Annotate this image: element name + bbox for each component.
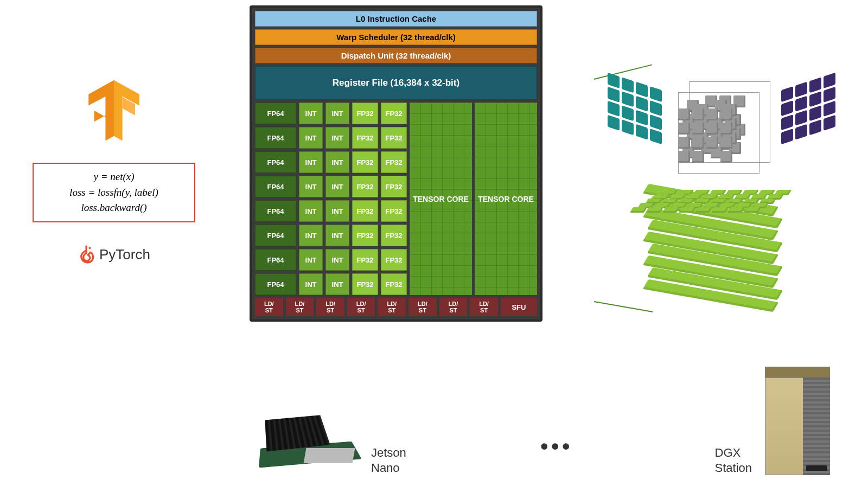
int-cell: INT [326,176,349,197]
matmul-cube [678,92,770,184]
fp32-cell: FP32 [352,273,378,295]
ellipsis-icon: ••• [540,434,573,459]
fp32-cell: FP32 [352,176,378,197]
tensor-core-visualization [602,60,835,304]
int-cell: INT [326,127,349,149]
tensor-core-label: TENSOR CORE [410,103,472,295]
pytorch-flame-icon [78,244,95,266]
code-line: loss = lossfn(y, label) [41,185,187,201]
fp32-cell: FP32 [381,273,407,295]
int-cell: INT [299,151,323,173]
jetson-nano-image [255,405,363,475]
fp32-cell: FP32 [352,151,378,173]
fp64-column: FP64FP64FP64FP64FP64FP64FP64FP64 [255,103,296,295]
ldst-cell: LD/ ST [439,298,468,316]
code-snippet-box: y = net(x) loss = lossfn(y, label) loss.… [33,163,195,222]
int-cell: INT [299,273,323,295]
fp64-cell: FP64 [255,200,296,222]
int-cell: INT [299,249,323,271]
l0-cache-bar: L0 Instruction Cache [255,11,537,27]
streaming-multiprocessor-diagram: L0 Instruction Cache Warp Scheduler (32 … [250,5,542,322]
input-matrix-b [781,73,835,144]
int-cell: INT [326,151,349,173]
tensor-core-1-column: TENSOR CORE [410,103,472,295]
warp-scheduler-bar: Warp Scheduler (32 thread/clk) [255,29,537,45]
int-cell: INT [299,225,323,246]
cores-grid: FP64FP64FP64FP64FP64FP64FP64FP64 INTINTI… [255,103,537,295]
int-cell: INT [299,176,323,197]
ldst-cell: LD/ ST [378,298,406,316]
int-cell: INT [326,249,349,271]
fp64-cell: FP64 [255,103,296,124]
fp32-cell: FP32 [381,225,407,246]
ldst-cell: LD/ ST [470,298,498,316]
fp32-cell: FP32 [352,127,378,149]
ldst-cell: LD/ ST [286,298,314,316]
int-columns: INTINTINTINTINTINTINTINTINTINTINTINTINTI… [299,103,349,295]
dgx-station-image [760,367,835,475]
svg-marker-1 [88,80,114,141]
fp32-columns: FP32FP32FP32FP32FP32FP32FP32FP32FP32FP32… [352,103,407,295]
fp32-cell: FP32 [352,200,378,222]
frameworks-column: y = net(x) loss = lossfn(y, label) loss.… [33,76,195,266]
ldst-cell: LD/ ST [255,298,283,316]
fp64-cell: FP64 [255,151,296,173]
fp32-cell: FP32 [381,249,407,271]
fp32-cell: FP32 [352,249,378,271]
pytorch-label: PyTorch [99,246,150,263]
fp32-cell: FP32 [381,176,407,197]
hardware-row: Jetson Nano ••• DGX Station [255,367,835,475]
int-cell: INT [326,103,349,124]
fp32-cell: FP32 [381,103,407,124]
fp32-cell: FP32 [381,200,407,222]
fp64-cell: FP64 [255,176,296,197]
code-line: loss.backward() [41,200,187,216]
tensor-core-label: TENSOR CORE [475,103,537,295]
ldst-cell: LD/ ST [316,298,344,316]
fp64-cell: FP64 [255,127,296,149]
fp32-cell: FP32 [352,103,378,124]
fp32-cell: FP32 [352,225,378,246]
tensor-core-2-column: TENSOR CORE [475,103,537,295]
register-file-bar: Register File (16,384 x 32-bit) [255,66,537,100]
dispatch-unit-bar: Dispatch Unit (32 thread/clk) [255,48,537,63]
input-matrix-a [608,73,662,144]
pytorch-logo-row: PyTorch [33,244,195,266]
int-cell: INT [299,103,323,124]
fp32-cell: FP32 [381,151,407,173]
tensorflow-logo-icon [79,76,149,146]
ldst-cell: LD/ ST [409,298,437,316]
int-cell: INT [326,273,349,295]
dgx-label: DGX Station [715,445,752,475]
output-tensor-stack [646,195,797,320]
connector-line-icon [594,301,653,312]
svg-point-3 [88,247,91,249]
int-cell: INT [326,225,349,246]
int-cell: INT [299,127,323,149]
code-line: y = net(x) [41,169,187,185]
ldst-row: LD/ STLD/ STLD/ STLD/ STLD/ STLD/ STLD/ … [255,298,537,316]
int-cell: INT [326,200,349,222]
fp64-cell: FP64 [255,249,296,271]
ldst-cell: LD/ ST [347,298,375,316]
jetson-label: Jetson Nano [371,445,406,475]
int-cell: INT [299,200,323,222]
fp32-cell: FP32 [381,127,407,149]
fp64-cell: FP64 [255,225,296,246]
fp64-cell: FP64 [255,273,296,295]
sfu-cell: SFU [501,298,537,316]
